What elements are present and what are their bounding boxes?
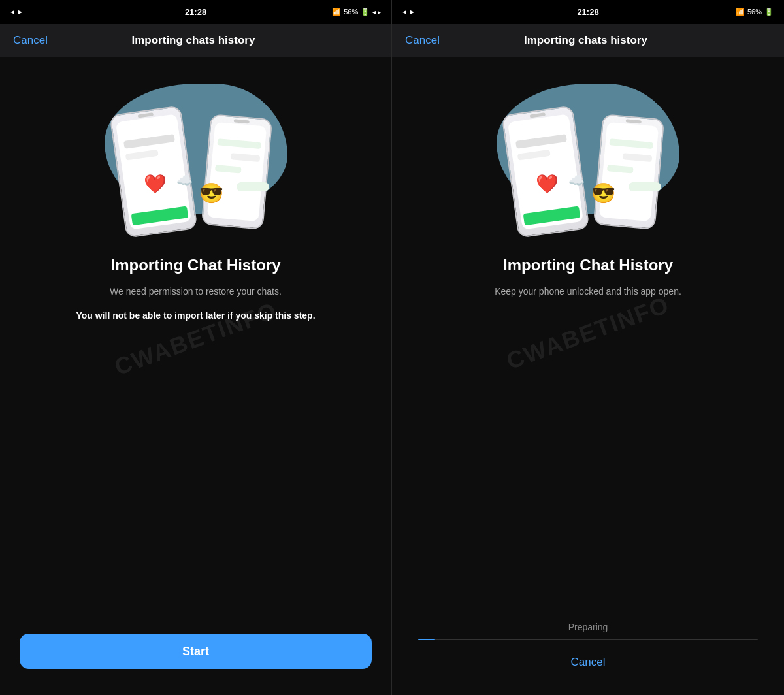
left-cancel-button[interactable]: Cancel [13,34,48,47]
right-main-title: Importing Chat History [503,256,673,274]
right-heart-icon: ❤️ [536,173,559,195]
left-main-title: Importing Chat History [110,256,280,274]
left-phone-screen-right [206,122,266,221]
left-status-right: 📶 56% 🔋 ◂ ▸ [332,8,381,16]
left-arrow2-icon: ◂ ▸ [372,8,381,16]
left-battery-icon: 🔋 [361,8,370,16]
right-status-left: ◂ ▸ [402,7,414,16]
right-illustration: ❤️ ☁️ 😎 [483,71,693,240]
left-bottom-area: Start [0,621,391,695]
preparing-label: Preparing [418,622,758,632]
left-status-left: ◂ ▸ [10,7,22,16]
left-status-time: 21:28 [185,7,206,17]
right-status-bar: ◂ ▸ 21:28 📶 56% 🔋 [392,0,784,24]
right-status-time: 21:28 [577,7,598,17]
right-arrow-left-icon: ◂ [402,7,406,16]
left-warning-text: You will not be able to import later if … [76,309,315,323]
left-sunglasses-emoji: 😎 [199,182,223,204]
left-illustration: ❤️ ☁️ 😎 [91,71,301,240]
left-heart-icon: ❤️ [144,173,167,195]
left-phone-device-right [201,114,272,230]
right-status-right: 📶 56% 🔋 [736,8,774,16]
left-panel: ◂ ▸ 21:28 📶 56% 🔋 ◂ ▸ Cancel Importing c… [0,0,392,695]
right-nav-title: Importing chats history [524,34,647,47]
left-cloud-icon: ☁️ [176,172,193,188]
left-nav-bar: Cancel Importing chats history [0,24,391,57]
right-nav-bar: Cancel Importing chats history [392,24,784,57]
progress-bar-track [418,639,758,640]
right-cancel-link[interactable]: Cancel [418,656,758,669]
right-watermark: CWABETINFO [503,291,674,375]
left-phone-notch-right [233,119,249,123]
right-content: CWABETINFO [392,57,784,609]
right-wifi-icon: 📶 [736,8,745,16]
right-sunglasses-emoji: 😎 [591,182,615,204]
right-phone-screen-right [599,122,659,221]
right-right-bubble [629,182,661,191]
left-subtitle: We need permission to restore your chats… [110,285,282,299]
left-wifi-icon: 📶 [332,8,341,16]
right-battery-icon: 🔋 [764,8,774,16]
left-content: CWABETINFO [0,57,391,621]
right-cloud-icon: ☁️ [568,172,585,188]
right-preparing-area: Preparing Cancel [392,609,784,695]
left-arrow-left-icon: ◂ [10,7,14,16]
left-nav-title: Importing chats history [132,34,255,47]
left-right-bubble [237,182,269,191]
right-phone-device-right [593,114,664,230]
right-cancel-button[interactable]: Cancel [405,34,440,47]
right-phone-notch-right [625,119,641,123]
start-button[interactable]: Start [20,634,372,669]
right-subtitle: Keep your phone unlocked and this app op… [495,285,681,299]
right-arrow-right-icon: ▸ [410,7,414,16]
left-status-bar: ◂ ▸ 21:28 📶 56% 🔋 ◂ ▸ [0,0,391,24]
right-battery-text: 56% [747,8,762,16]
progress-bar-fill [418,639,435,640]
right-panel: ◂ ▸ 21:28 📶 56% 🔋 Cancel Importing chats… [392,0,784,695]
left-arrow-right-icon: ▸ [18,7,22,16]
left-battery-text: 56% [344,8,358,16]
